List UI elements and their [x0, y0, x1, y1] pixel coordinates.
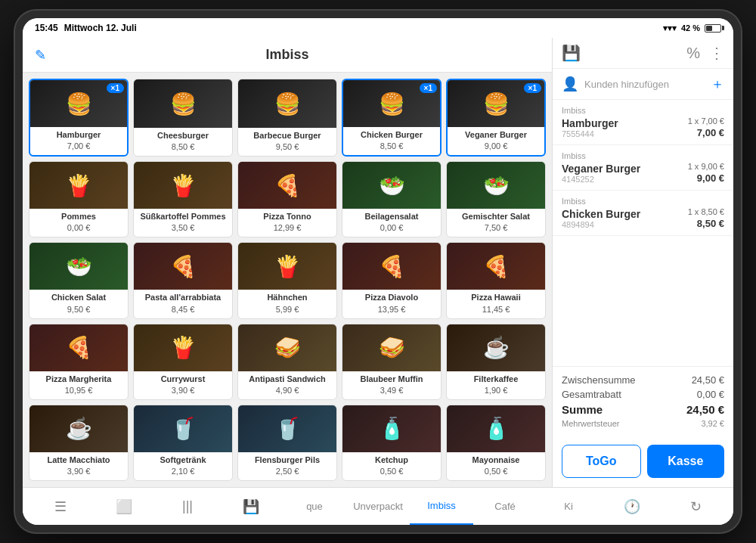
item-name: Hamburger [54, 127, 104, 141]
menu-item-17[interactable]: 🍟 Currywurst 3,90 € [133, 324, 233, 400]
menu-item-22[interactable]: 🥤 Softgetränk 2,10 € [133, 405, 233, 481]
tab-chart[interactable]: ||| [156, 488, 219, 525]
item-price: 13,95 € [375, 305, 409, 318]
item-thumbnail: 🥗 [342, 162, 441, 209]
discount-icon[interactable]: % [686, 45, 700, 62]
order-item[interactable]: Imbiss Hamburger 7555444 1 x 7,00 € 7,00… [553, 100, 733, 145]
tax-value: 3,92 € [701, 419, 724, 428]
item-thumbnail: ☕ [29, 405, 128, 452]
item-name: Pommes [58, 209, 99, 223]
item-price: 10,95 € [62, 386, 96, 399]
menu-item-25[interactable]: 🧴 Mayonnaise 0,50 € [446, 405, 546, 481]
item-thumbnail: ☕ [447, 324, 545, 371]
item-name: Flensburger Pils [252, 452, 323, 467]
customer-row[interactable]: 👤 Kunden hinzufügen ＋ [553, 69, 733, 100]
menu-item-9[interactable]: 🥗 Beilagensalat 0,00 € [342, 161, 442, 237]
menu-item-11[interactable]: 🥗 Chicken Salat 9,50 € [29, 242, 129, 318]
menu-item-10[interactable]: 🥗 Gemischter Salat 7,50 € [446, 161, 546, 237]
menu-grid: ×1 🍔 Hamburger 7,00 € 🍔 Cheesburger 8,50… [23, 73, 552, 487]
menu-item-14[interactable]: 🍕 Pizza Diavolo 13,95 € [342, 242, 442, 318]
order-buttons: ToGo Kasse [553, 439, 733, 487]
order-item-name: Hamburger [562, 117, 618, 129]
menu-item-2[interactable]: 🍔 Cheesburger 8,50 € [133, 79, 233, 157]
total-value: 24,50 € [686, 403, 724, 416]
menu-item-18[interactable]: 🥪 Antipasti Sandwich 4,90 € [237, 324, 337, 400]
add-customer-icon[interactable]: ＋ [711, 75, 724, 93]
customer-avatar-icon: 👤 [562, 76, 578, 92]
item-price: 0,00 € [64, 223, 94, 237]
item-price: 7,00 € [64, 141, 94, 155]
item-price: 0,50 € [482, 467, 511, 480]
item-name: Hähnchen [264, 290, 310, 304]
item-price: 12,99 € [271, 223, 305, 237]
tab-save[interactable]: 💾 [219, 488, 283, 525]
kasse-button[interactable]: Kasse [647, 445, 725, 478]
order-items-list: Imbiss Hamburger 7555444 1 x 7,00 € 7,00… [553, 100, 733, 366]
menu-item-23[interactable]: 🥤 Flensburger Pils 2,50 € [237, 405, 337, 481]
tab-menu[interactable]: ☰ [29, 488, 92, 525]
menu-item-4[interactable]: ×1 🍔 Chicken Burger 8,50 € [342, 79, 442, 157]
item-name: Pizza Margherita [43, 371, 115, 386]
menu-item-1[interactable]: ×1 🍔 Hamburger 7,00 € [29, 79, 129, 157]
save-order-icon[interactable]: 💾 [562, 44, 581, 62]
tab-label-imbiss: Imbiss [427, 500, 456, 511]
item-thumbnail: 🍕 [342, 243, 441, 290]
subtotal-value: 24,50 € [692, 374, 724, 386]
item-price: 3,49 € [377, 386, 407, 399]
total-row: Summe 24,50 € [562, 403, 724, 416]
tab-clock[interactable]: 🕐 [600, 488, 664, 525]
tab-label-refresh: ↻ [690, 498, 702, 515]
item-name: Veganer Burger [462, 127, 530, 141]
menu-item-21[interactable]: ☕ Latte Macchiato 3,90 € [29, 405, 129, 481]
tab-imbiss[interactable]: Imbiss [410, 488, 473, 525]
order-item-code: 7555444 [562, 129, 618, 138]
menu-item-12[interactable]: 🍕 Pasta all'arrabbiata 8,45 € [133, 242, 233, 318]
menu-item-3[interactable]: 🍔 Barbecue Burger 9,50 € [237, 79, 337, 157]
edit-icon[interactable]: ✎ [35, 47, 46, 64]
tab-cafe[interactable]: Café [473, 488, 537, 525]
item-name: Pizza Diavolo [362, 290, 421, 304]
item-price: 4,90 € [273, 386, 302, 399]
item-thumbnail: 🍟 [29, 162, 128, 209]
tab-screen[interactable]: ⬜ [92, 488, 156, 525]
menu-item-20[interactable]: ☕ Filterkaffee 1,90 € [446, 324, 546, 400]
togo-button[interactable]: ToGo [562, 445, 641, 478]
battery-icon [705, 24, 721, 33]
item-name: Currywurst [158, 371, 209, 386]
order-item[interactable]: Imbiss Veganer Burger 4145252 1 x 9,00 €… [553, 145, 733, 191]
item-price: 3,50 € [169, 223, 198, 237]
menu-item-13[interactable]: 🍟 Hähnchen 5,99 € [237, 242, 337, 318]
menu-item-15[interactable]: 🍕 Pizza Hawaii 11,45 € [446, 242, 546, 318]
item-thumbnail: 🧴 [447, 405, 545, 452]
tab-label-ki: Ki [564, 501, 573, 512]
menu-item-24[interactable]: 🧴 Ketchup 0,50 € [342, 405, 442, 481]
status-time: 15:45 [35, 23, 58, 33]
tab-ki[interactable]: Ki [537, 488, 600, 525]
menu-item-7[interactable]: 🍟 Süßkartoffel Pommes 3,50 € [133, 161, 233, 237]
menu-header: ✎ Imbiss [23, 38, 552, 73]
menu-item-16[interactable]: 🍕 Pizza Margherita 10,95 € [29, 324, 129, 400]
total-label: Summe [562, 403, 603, 416]
item-thumbnail: 🧴 [342, 405, 441, 452]
menu-item-6[interactable]: 🍟 Pommes 0,00 € [29, 161, 129, 237]
item-name: Filterkaffee [471, 371, 522, 386]
tab-refresh[interactable]: ↻ [664, 488, 727, 525]
tab-label-save: 💾 [243, 498, 259, 515]
status-bar: 15:45 Mittwoch 12. Juli ▾▾▾ 42 % [23, 18, 733, 38]
tab-unverpackt[interactable]: Unverpackt [346, 488, 410, 525]
item-price: 9,00 € [482, 141, 511, 155]
tab-label-unverpackt: Unverpackt [353, 501, 403, 512]
item-name: Chicken Burger [358, 127, 426, 141]
order-item-qty: 1 x 9,00 € [688, 162, 724, 171]
menu-item-5[interactable]: ×1 🍔 Veganer Burger 9,00 € [446, 79, 546, 157]
menu-item-19[interactable]: 🥪 Blaubeer Muffin 3,49 € [342, 324, 442, 400]
menu-item-8[interactable]: 🍕 Pizza Tonno 12,99 € [237, 161, 337, 237]
item-name: Pizza Hawaii [468, 290, 523, 304]
order-item-name: Veganer Burger [562, 163, 640, 175]
more-options-icon[interactable]: ⋮ [709, 44, 724, 62]
item-thumbnail: 🍔 [238, 79, 336, 128]
order-item-total: 7,00 € [688, 127, 724, 138]
order-item[interactable]: Imbiss Chicken Burger 4894894 1 x 8,50 €… [553, 191, 733, 236]
item-badge: ×1 [107, 83, 124, 93]
tab-que[interactable]: que [283, 488, 346, 525]
